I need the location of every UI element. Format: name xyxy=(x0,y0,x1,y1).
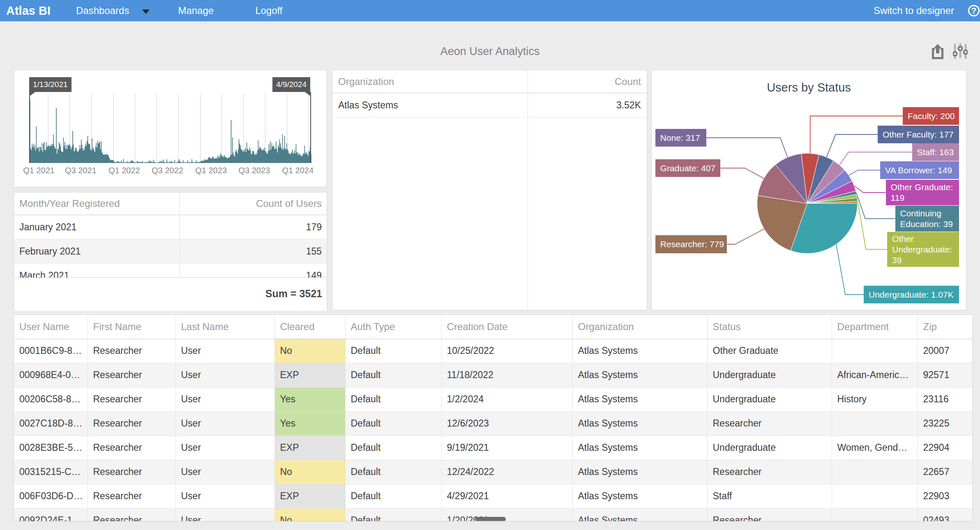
cell-status: Researcher xyxy=(707,508,832,521)
column-header-auth-type[interactable]: Auth Type xyxy=(345,315,441,339)
cell-status: Other Graduate xyxy=(707,339,832,363)
cell-auth-type: Default xyxy=(345,363,441,387)
pie-label-researcher[interactable]: Researcher: 779 xyxy=(655,235,727,253)
switch-to-designer-link[interactable]: Switch to designer xyxy=(874,5,954,16)
nav-item-logoff[interactable]: Logoff xyxy=(255,5,282,16)
column-header-month[interactable]: Month/Year Registered xyxy=(14,198,120,209)
cell-last-name: User xyxy=(175,508,274,521)
cell-creation-date: 12/6/2023 xyxy=(441,411,572,436)
months-table-row[interactable]: March 2021149 xyxy=(14,264,327,278)
cell-department: Women, Gend… xyxy=(832,436,918,460)
column-header-first-name[interactable]: First Name xyxy=(88,315,175,339)
cell-creation-date: 4/29/2021 xyxy=(441,484,572,508)
count-cell: 179 xyxy=(306,222,327,233)
cell-zip: 92571 xyxy=(918,363,973,387)
handle-pointer-left xyxy=(29,92,35,96)
nav-item-manage[interactable]: Manage xyxy=(178,5,214,16)
help-icon[interactable]: ? xyxy=(968,5,980,16)
cell-department xyxy=(832,339,918,363)
users-table-row[interactable]: 00315215-C…ResearcherUserNoDefault12/24/… xyxy=(14,460,973,484)
cell-user-name: 000968E4-0… xyxy=(14,363,88,387)
column-header-creation-date[interactable]: Creation Date xyxy=(441,315,572,339)
months-table-row[interactable]: January 2021179 xyxy=(14,215,327,239)
column-header-department[interactable]: Department xyxy=(832,315,918,339)
cell-zip: 23225 xyxy=(918,411,973,436)
pie-label-staff[interactable]: Staff: 163 xyxy=(912,143,959,161)
users-table-row[interactable]: 0001B6C9-8…ResearcherUserNoDefault10/25/… xyxy=(14,339,973,363)
column-header-organization[interactable]: Organization xyxy=(572,315,707,339)
users-table-row[interactable]: 0027C18D-8…ResearcherUserYesDefault12/6/… xyxy=(14,411,973,436)
pie-leader-line xyxy=(827,135,878,157)
cell-auth-type: Default xyxy=(345,508,441,521)
date-range-filter-panel[interactable]: Q1 2021Q3 2021Q1 2022Q3 2022Q1 2023Q3 20… xyxy=(14,70,327,187)
column-header-organization[interactable]: Organization xyxy=(332,76,394,87)
month-cell: February 2021 xyxy=(14,246,81,257)
pie-label-other-undergraduate[interactable]: Other Undergraduate: 39 xyxy=(887,232,959,267)
pie-label-undergraduate[interactable]: Undergraduate: 1.07K xyxy=(864,286,959,303)
column-header-zip[interactable]: Zip xyxy=(918,315,973,339)
cell-zip: 22903 xyxy=(918,484,973,508)
users-table-row[interactable]: 0028E3BE-5…ResearcherUserEXPDefault9/19/… xyxy=(14,436,973,460)
cell-last-name: User xyxy=(175,436,274,460)
cell-zip: 22904 xyxy=(918,436,973,460)
cell-organization: Atlas Systems xyxy=(572,436,707,460)
cell-status: Undergraduate xyxy=(707,363,832,387)
cell-last-name: User xyxy=(175,363,274,387)
pie-label-continuing-education[interactable]: Continuing Education: 39 xyxy=(895,206,959,232)
cell-user-name: 0027C18D-8… xyxy=(14,411,88,436)
cell-last-name: User xyxy=(175,484,274,508)
cell-first-name: Researcher xyxy=(88,508,175,521)
nav-item-dashboards[interactable]: Dashboards xyxy=(76,5,129,16)
brand-logo[interactable]: Atlas BI xyxy=(6,4,51,18)
cell-auth-type: Default xyxy=(345,387,441,411)
organization-cell: Atlas Systems xyxy=(332,100,398,111)
cell-zip: 23116 xyxy=(918,387,973,411)
column-header-count[interactable]: Count xyxy=(615,76,647,87)
export-icon[interactable] xyxy=(931,43,945,59)
range-start-label[interactable]: 1/13/2021 xyxy=(29,77,71,92)
pie-leader-line xyxy=(727,229,764,244)
cell-last-name: User xyxy=(175,387,274,411)
users-table-row[interactable]: 006F03D6-D…ResearcherUserEXPDefault4/29/… xyxy=(14,484,973,508)
pie-label-faculty[interactable]: Faculty: 200 xyxy=(903,107,959,125)
months-table-footer: Sum = 3521 xyxy=(14,278,327,311)
users-table-row[interactable]: 000968E4-0…ResearcherUserEXPDefault11/18… xyxy=(14,363,973,387)
org-table-header: Organization Count xyxy=(332,70,647,93)
column-header-count[interactable]: Count of Users xyxy=(256,198,327,209)
pie-leader-line xyxy=(721,168,764,179)
column-header-user-name[interactable]: User Name xyxy=(14,315,88,339)
org-rows: Atlas Systems3.52K xyxy=(332,93,647,117)
pie-label-none[interactable]: None: 317 xyxy=(655,129,706,147)
dashboard-toolbar xyxy=(931,43,968,59)
pie-label-other-faculty[interactable]: Other Faculty: 177 xyxy=(878,126,959,143)
months-table: Month/Year Registered Count of Users Jan… xyxy=(14,193,327,278)
cell-status: Researcher xyxy=(707,460,832,484)
dashboard-page: { "nav": { "brand": "Atlas BI", "items":… xyxy=(0,0,980,530)
column-header-last-name[interactable]: Last Name xyxy=(175,315,274,339)
cell-zip: 22657 xyxy=(918,460,973,484)
users-table-row[interactable]: 00206C58-8…ResearcherUserYesDefault1/2/2… xyxy=(14,387,973,411)
pie-label-other-graduate[interactable]: Other Graduate: 119 xyxy=(886,180,959,205)
nav-bar: Atlas BI Dashboards Manage Logoff Switch… xyxy=(0,0,980,21)
cell-first-name: Researcher xyxy=(88,339,175,363)
cell-organization: Atlas Systems xyxy=(572,339,707,363)
pie-label-va-borrower[interactable]: VA Borrower: 149 xyxy=(880,161,959,179)
cell-first-name: Researcher xyxy=(88,387,175,411)
pie-label-graduate[interactable]: Graduate: 407 xyxy=(655,159,721,177)
cell-department: History xyxy=(832,387,918,411)
settings-sliders-icon[interactable] xyxy=(953,43,968,59)
column-header-status[interactable]: Status xyxy=(707,315,832,339)
chevron-down-icon[interactable] xyxy=(142,9,150,14)
users-table-header-row: User NameFirst NameLast NameClearedAuth … xyxy=(14,315,973,339)
column-header-cleared[interactable]: Cleared xyxy=(274,315,345,339)
months-table-row[interactable]: February 2021155 xyxy=(14,239,327,264)
count-cell: 155 xyxy=(306,246,327,257)
horizontal-scrollbar-thumb[interactable] xyxy=(475,517,506,521)
months-rows: January 2021179February 2021155March 202… xyxy=(14,215,327,278)
cell-organization: Atlas Systems xyxy=(572,411,707,436)
cell-auth-type: Default xyxy=(345,484,441,508)
cell-organization: Atlas Systems xyxy=(572,484,707,508)
org-table-row[interactable]: Atlas Systems3.52K xyxy=(332,93,647,117)
range-end-label[interactable]: 4/9/2024 xyxy=(272,77,310,92)
cell-last-name: User xyxy=(175,460,274,484)
